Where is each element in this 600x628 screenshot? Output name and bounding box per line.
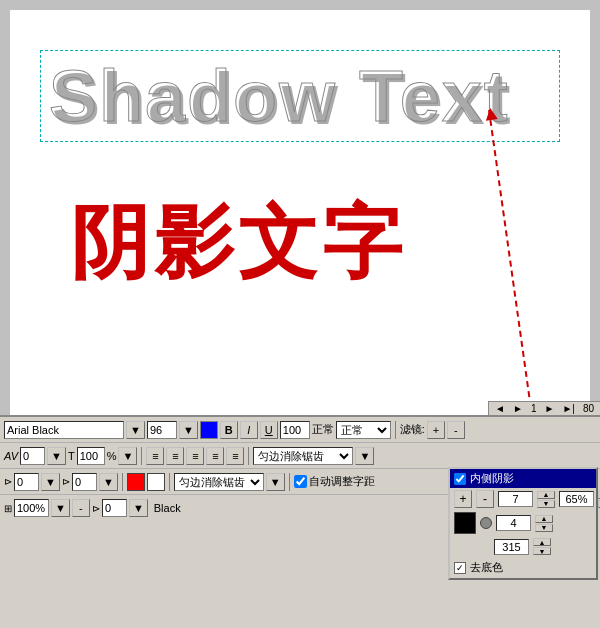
edge-mode-select[interactable]: 匀边消除锯齿 [253, 447, 353, 465]
divider1 [395, 421, 396, 439]
scale-t-label: T [68, 450, 75, 462]
shadow-distance-spinners: ▲ ▼ [537, 491, 555, 508]
edge-dropdown[interactable]: ▼ [355, 447, 374, 465]
percent-label: % [107, 450, 117, 462]
nav-end[interactable]: ►| [562, 403, 575, 414]
inner-shadow-row3: ▲ ▼ [450, 536, 596, 557]
pen-color-red[interactable] [127, 473, 145, 491]
arrow-line [488, 110, 532, 407]
shadow-type-swatch[interactable] [480, 517, 492, 529]
font-family-dropdown[interactable]: ▼ [126, 421, 145, 439]
shadow-blur-input[interactable] [496, 515, 531, 531]
zoom-input[interactable] [14, 499, 49, 517]
auto-kern-checkbox[interactable] [294, 475, 307, 488]
align-justify-button[interactable]: ≡ [206, 447, 224, 465]
inner-shadow-row1: + - ▲ ▼ ▲ ▼ [450, 488, 596, 510]
indent-icon2: ⊳ [62, 476, 70, 487]
inner-shadow-panel: 内侧阴影 + - ▲ ▼ ▲ ▼ ▲ ▼ [448, 467, 598, 580]
canvas-area: Shadow Text 阴影文字 ◄ ► 1 ► ►| 80 [0, 0, 600, 415]
align-right-button[interactable]: ≡ [186, 447, 204, 465]
italic-button[interactable]: I [240, 421, 258, 439]
font-toolbar-row: ▼ ▼ B I U 正常 正常 滤镜: + - [0, 417, 600, 443]
edge-type-select[interactable]: 匀边消除锯齿 [174, 473, 264, 491]
shadow-plus-button[interactable]: + [454, 490, 472, 508]
filter-minus-button[interactable]: - [447, 421, 465, 439]
scale-dropdown[interactable]: ▼ [118, 447, 137, 465]
blend-mode-select[interactable]: 正常 [336, 421, 391, 439]
indent2-input[interactable] [72, 473, 97, 491]
auto-kern-label[interactable]: 自动调整字距 [294, 474, 375, 489]
shadow-angle-down[interactable]: ▼ [533, 547, 551, 555]
nav-prev[interactable]: ◄ [495, 403, 505, 414]
nav-next[interactable]: ► [544, 403, 554, 414]
nav-play[interactable]: ► [513, 403, 523, 414]
kern-dropdown[interactable]: ▼ [47, 447, 66, 465]
inner-shadow-bottom: ✓ 去底色 [450, 557, 596, 578]
shadow-angle-input[interactable] [494, 539, 529, 555]
zoom-icon: ⊞ [4, 503, 12, 514]
divider2 [141, 447, 142, 465]
shadow-distance-input[interactable] [498, 491, 533, 507]
indent1-dropdown[interactable]: ▼ [41, 473, 60, 491]
divider3 [248, 447, 249, 465]
font-size-dropdown[interactable]: ▼ [179, 421, 198, 439]
shadow-minus-button[interactable]: - [476, 490, 494, 508]
remove-bg-checkbox[interactable]: ✓ [454, 562, 466, 574]
shadow-opacity-input[interactable] [559, 491, 594, 507]
white-canvas: Shadow Text 阴影文字 [10, 10, 590, 415]
underline-button[interactable]: U [260, 421, 278, 439]
shadow-text-selection: Shadow Text [40, 50, 560, 142]
indent1-input[interactable] [14, 473, 39, 491]
color-swatch[interactable] [200, 421, 218, 439]
inner-shadow-enabled-checkbox[interactable] [454, 473, 466, 485]
divider6 [289, 473, 290, 491]
kern-input[interactable] [20, 447, 45, 465]
shadow-distance-down[interactable]: ▼ [537, 500, 555, 508]
page-number: 1 [531, 403, 537, 414]
blend-mode-label: 正常 [312, 422, 334, 437]
zoom-dec-button[interactable]: - [72, 499, 90, 517]
filter-label: 滤镜: [400, 422, 425, 437]
shadow-distance-up[interactable]: ▲ [537, 491, 555, 499]
remove-bg-label: 去底色 [470, 560, 503, 575]
align-left-button[interactable]: ≡ [146, 447, 164, 465]
scale-input[interactable] [77, 447, 105, 465]
font-scale-input[interactable] [280, 421, 310, 439]
indent3-input[interactable] [102, 499, 127, 517]
inner-shadow-title-bar: 内侧阴影 [450, 469, 596, 488]
indent-icon1: ⊳ [4, 476, 12, 487]
inner-shadow-title: 内侧阴影 [470, 471, 514, 486]
pen-color-white[interactable] [147, 473, 165, 491]
divider5 [169, 473, 170, 491]
inner-shadow-row2: ▲ ▼ [450, 510, 596, 536]
shadow-blur-down[interactable]: ▼ [535, 524, 553, 532]
bottom-toolbar: ▼ ▼ B I U 正常 正常 滤镜: + - AV ▼ T % ▼ ≡ ≡ ≡… [0, 415, 600, 628]
shadow-angle-spinners: ▲ ▼ [533, 538, 551, 555]
color-label: Black [154, 502, 181, 514]
kern-icon: AV [4, 450, 18, 462]
divider4 [122, 473, 123, 491]
shadow-angle-up[interactable]: ▲ [533, 538, 551, 546]
indent3-dropdown[interactable]: ▼ [129, 499, 148, 517]
canvas-statusbar: ◄ ► 1 ► ►| 80 [488, 401, 600, 415]
chinese-text: 阴影文字 [70, 190, 406, 298]
shadow-text: Shadow Text [49, 55, 551, 137]
indent-icon3: ⊳ [92, 503, 100, 514]
align-last-button[interactable]: ≡ [226, 447, 244, 465]
align-center-button[interactable]: ≡ [166, 447, 184, 465]
auto-kern-text: 自动调整字距 [309, 474, 375, 489]
shadow-blur-up[interactable]: ▲ [535, 515, 553, 523]
font-family-input[interactable] [4, 421, 124, 439]
filter-plus-button[interactable]: + [427, 421, 445, 439]
zoom-dropdown[interactable]: ▼ [51, 499, 70, 517]
zoom-level: 80 [583, 403, 594, 414]
shadow-blur-spinners: ▲ ▼ [535, 515, 553, 532]
font-size-input[interactable] [147, 421, 177, 439]
shadow-color-swatch[interactable] [454, 512, 476, 534]
edge-type-dropdown[interactable]: ▼ [266, 473, 285, 491]
bold-button[interactable]: B [220, 421, 238, 439]
indent2-dropdown[interactable]: ▼ [99, 473, 118, 491]
text-toolbar-row2: AV ▼ T % ▼ ≡ ≡ ≡ ≡ ≡ 匀边消除锯齿 ▼ [0, 443, 600, 469]
